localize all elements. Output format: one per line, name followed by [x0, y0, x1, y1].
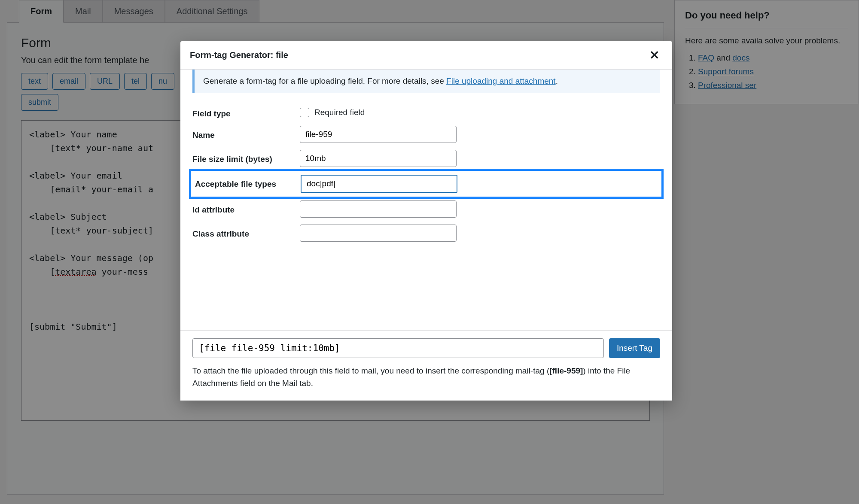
row-name: Name [192, 122, 660, 146]
input-file-size-limit[interactable] [300, 150, 457, 167]
modal-info-box: Generate a form-tag for a file uploading… [192, 70, 660, 93]
generated-tag-output[interactable] [192, 338, 604, 358]
modal-footer-text: To attach the file uploaded through this… [192, 365, 660, 389]
label-class-attribute: Class attribute [192, 225, 291, 240]
label-required-field: Required field [314, 108, 365, 117]
input-id-attribute[interactable] [300, 200, 457, 218]
foot-pre: To attach the file uploaded through this… [192, 366, 549, 375]
label-file-size-limit: File size limit (bytes) [192, 150, 291, 165]
label-acceptable-file-types: Acceptable file types [193, 175, 292, 190]
modal-title: Form-tag Generator: file [190, 50, 288, 60]
row-acceptable-file-types: Acceptable file types [192, 172, 660, 195]
row-file-size-limit: File size limit (bytes) [192, 146, 660, 170]
info-text-post: . [556, 76, 558, 85]
checkbox-required-field[interactable] [300, 108, 309, 117]
label-field-type: Field type [192, 104, 291, 119]
label-id-attribute: Id attribute [192, 200, 291, 216]
foot-mail-tag: [file-959] [549, 366, 583, 375]
form-tag-generator-modal: Form-tag Generator: file ✕ Generate a fo… [180, 41, 672, 401]
link-file-uploading-attachment[interactable]: File uploading and attachment [446, 76, 556, 85]
info-text-pre: Generate a form-tag for a file uploading… [203, 76, 446, 85]
input-acceptable-file-types[interactable] [301, 175, 457, 193]
modal-header: Form-tag Generator: file ✕ [180, 41, 672, 70]
modal-body: Generate a form-tag for a file uploading… [180, 70, 672, 330]
input-class-attribute[interactable] [300, 225, 457, 242]
close-icon[interactable]: ✕ [646, 46, 663, 64]
input-name[interactable] [300, 126, 457, 143]
label-name: Name [192, 126, 291, 141]
row-id-attribute: Id attribute [192, 197, 660, 221]
row-field-type: Field type Required field [192, 101, 660, 123]
modal-footer: Insert Tag To attach the file uploaded t… [180, 330, 672, 401]
tag-output-row: Insert Tag [192, 338, 660, 358]
insert-tag-button[interactable]: Insert Tag [609, 338, 660, 358]
row-class-attribute: Class attribute [192, 221, 660, 245]
